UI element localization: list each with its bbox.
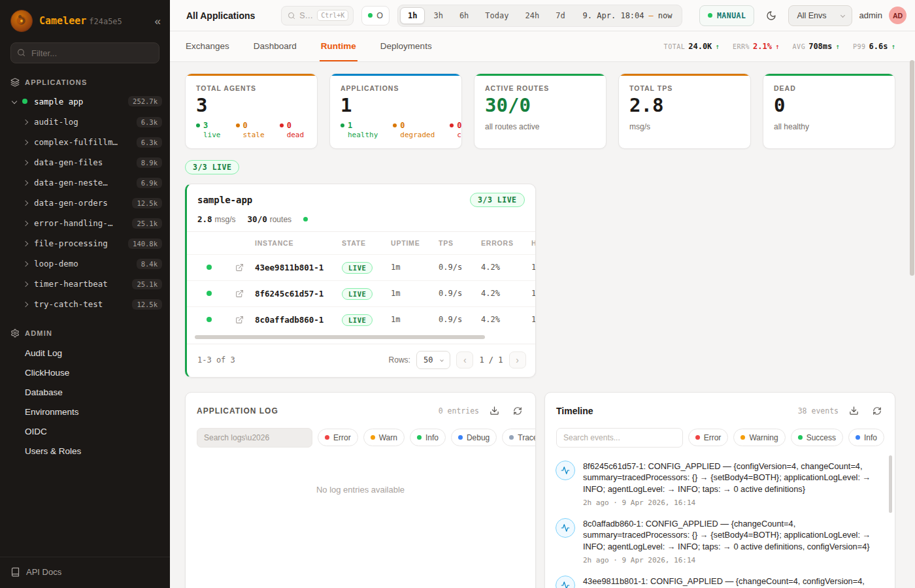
next-page-button[interactable]: › bbox=[509, 351, 526, 368]
app-label: data-gen-files bbox=[34, 157, 103, 167]
sidebar-item-data-gen-files[interactable]: data-gen-files8.9k bbox=[0, 152, 170, 172]
api-docs-link[interactable]: API Docs bbox=[0, 557, 170, 588]
manual-mode-button[interactable]: MANUAL bbox=[699, 5, 755, 26]
sidebar-item-clickhouse[interactable]: ClickHouse bbox=[0, 363, 170, 382]
tab-deployments[interactable]: Deployments bbox=[379, 31, 433, 61]
app-label: timer-heartbeat bbox=[34, 279, 108, 289]
sidebar-item-environments[interactable]: Environments bbox=[0, 402, 170, 421]
stat-total: TOTAL24.0K↑ bbox=[664, 42, 720, 51]
date-range-display[interactable]: 9. Apr. 18:04 — now bbox=[574, 11, 680, 20]
count-badge: 12.5k bbox=[132, 198, 162, 208]
timeline-event[interactable]: 8c0affadb860-1: CONFIG_APPLIED — {change… bbox=[556, 518, 879, 564]
time-range-today[interactable]: Today bbox=[477, 7, 516, 24]
online-indicator[interactable]: O bbox=[361, 6, 390, 25]
admin-section-header: ADMIN bbox=[0, 319, 170, 343]
book-icon bbox=[10, 567, 20, 577]
chevron-right-icon bbox=[23, 159, 28, 165]
sidebar-item-audit-log[interactable]: audit-log6.3k bbox=[0, 112, 170, 132]
error-event-dot bbox=[695, 435, 700, 440]
timeline-filter-warning[interactable]: Warning bbox=[733, 429, 785, 446]
breakdown-dead: 0dead bbox=[280, 121, 305, 139]
log-search-input[interactable] bbox=[197, 428, 312, 448]
tab-runtime[interactable]: Runtime bbox=[320, 31, 358, 61]
error-level-dot bbox=[325, 435, 329, 440]
external-link-icon[interactable] bbox=[224, 263, 255, 272]
count-badge: 25.1k bbox=[132, 218, 162, 229]
debug-level-dot bbox=[458, 435, 463, 440]
time-range-7d[interactable]: 7d bbox=[548, 7, 573, 24]
time-range-6h[interactable]: 6h bbox=[452, 7, 476, 24]
time-range-24h[interactable]: 24h bbox=[517, 7, 547, 24]
log-filter-info[interactable]: Info bbox=[410, 429, 446, 446]
cell-tps: 0.9/s bbox=[439, 315, 481, 324]
sidebar-item-sample-app[interactable]: sample app 252.7k bbox=[0, 92, 170, 110]
dark-mode-toggle[interactable] bbox=[761, 6, 781, 25]
sidebar-item-file-processing[interactable]: file-processing140.8k bbox=[0, 233, 170, 253]
rows-per-page-select[interactable]: 50 bbox=[416, 351, 450, 369]
panel-title: Timeline bbox=[556, 406, 593, 416]
log-filter-debug[interactable]: Debug bbox=[451, 429, 497, 446]
cell-uptime: 1m bbox=[391, 263, 439, 272]
refresh-logs-button[interactable] bbox=[509, 402, 526, 419]
app-label: data-gen-neste… bbox=[34, 178, 108, 188]
external-link-icon[interactable] bbox=[224, 316, 255, 324]
tab-dashboard[interactable]: Dashboard bbox=[252, 31, 298, 61]
timeline-filter-success[interactable]: Success bbox=[791, 429, 843, 446]
sidebar-item-oidc[interactable]: OIDC bbox=[0, 421, 170, 441]
chevron-down-icon[interactable] bbox=[12, 99, 17, 104]
sidebar-header: Cameleerf24a5e5 « bbox=[0, 0, 170, 40]
tab-exchanges[interactable]: Exchanges bbox=[184, 31, 231, 61]
timeline-event[interactable]: 43ee9811b801-1: CONFIG_APPLIED — {change… bbox=[556, 576, 879, 588]
environment-select[interactable]: All Envs bbox=[788, 5, 852, 26]
app-logo[interactable] bbox=[10, 10, 33, 32]
timeline-filter-info[interactable]: Info bbox=[848, 429, 884, 446]
range-to: now bbox=[658, 11, 673, 20]
table-header: INSTANCE STATE UPTIME TPS ERRORS H bbox=[187, 232, 535, 254]
agent-row[interactable]: 8f6245c61d57-1 LIVE 1m 0.9/s 4.2% 1 bbox=[187, 280, 535, 306]
refresh-events-button[interactable] bbox=[869, 402, 886, 419]
prev-page-button[interactable]: ‹ bbox=[456, 351, 473, 368]
time-range-3h[interactable]: 3h bbox=[425, 7, 450, 24]
log-filter-warn[interactable]: Warn bbox=[363, 429, 405, 446]
col-errors: ERRORS bbox=[481, 239, 531, 247]
app-name[interactable]: sample-app bbox=[197, 195, 252, 205]
timeline-events-list: 8f6245c61d57-1: CONFIG_APPLIED — {config… bbox=[545, 456, 895, 588]
sidebar-item-database[interactable]: Database bbox=[0, 382, 170, 402]
agent-row[interactable]: 8c0affadb860-1 LIVE 1m 0.9/s 4.2% 1 bbox=[187, 306, 535, 333]
user-menu[interactable]: admin AD bbox=[859, 7, 907, 24]
trace-level-dot bbox=[509, 435, 514, 440]
breakdown-healthy: 1healthy bbox=[341, 121, 378, 139]
sidebar-item-data-gen-orders[interactable]: data-gen-orders12.5k bbox=[0, 193, 170, 213]
sidebar-collapse-button[interactable]: « bbox=[155, 16, 161, 27]
sidebar-item-complex-fulfillment[interactable]: complex-fulfillm…6.3k bbox=[0, 132, 170, 152]
sidebar-item-timer-heartbeat[interactable]: timer-heartbeat25.1k bbox=[0, 274, 170, 294]
download-events-button[interactable] bbox=[845, 402, 862, 419]
download-logs-button[interactable] bbox=[486, 402, 503, 419]
timeline-filter-error[interactable]: Error bbox=[688, 429, 729, 446]
sidebar-item-loop-demo[interactable]: loop-demo8.4k bbox=[0, 253, 170, 274]
timeline-event[interactable]: 8f6245c61d57-1: CONFIG_APPLIED — {config… bbox=[556, 461, 879, 507]
col-state: STATE bbox=[342, 239, 391, 247]
agent-row[interactable]: 43ee9811b801-1 LIVE 1m 0.9/s 4.2% 1 bbox=[187, 254, 535, 280]
sidebar-item-users-roles[interactable]: Users & Roles bbox=[0, 441, 170, 461]
global-search-button[interactable]: S… Ctrl+K bbox=[281, 6, 354, 25]
horizontal-scrollbar[interactable] bbox=[195, 335, 485, 339]
page-scrollbar[interactable] bbox=[910, 60, 914, 276]
breakdown-critical: 0criti bbox=[450, 121, 462, 139]
build-version: f24a5e5 bbox=[89, 17, 122, 26]
sidebar-item-audit-log-admin[interactable]: Audit Log bbox=[0, 343, 170, 363]
timeline-search-input[interactable] bbox=[556, 428, 683, 448]
env-select-value: All Envs bbox=[797, 11, 826, 20]
cell-errors: 4.2% bbox=[481, 289, 531, 298]
state-badge: LIVE bbox=[342, 288, 373, 300]
time-range-1h[interactable]: 1h bbox=[400, 7, 425, 24]
sidebar-item-try-catch-test[interactable]: try-catch-test12.5k bbox=[0, 294, 170, 314]
external-link-icon[interactable] bbox=[224, 289, 255, 298]
chevron-right-icon bbox=[23, 200, 28, 205]
timeline-scrollbar[interactable] bbox=[889, 455, 892, 513]
log-filter-error[interactable]: Error bbox=[318, 429, 358, 446]
log-filter-trace[interactable]: Trace bbox=[502, 429, 536, 446]
sidebar-filter-input[interactable] bbox=[10, 42, 159, 63]
sidebar-item-data-gen-nested[interactable]: data-gen-neste…6.9k bbox=[0, 172, 170, 193]
sidebar-item-error-handling[interactable]: error-handling-…25.1k bbox=[0, 213, 170, 233]
